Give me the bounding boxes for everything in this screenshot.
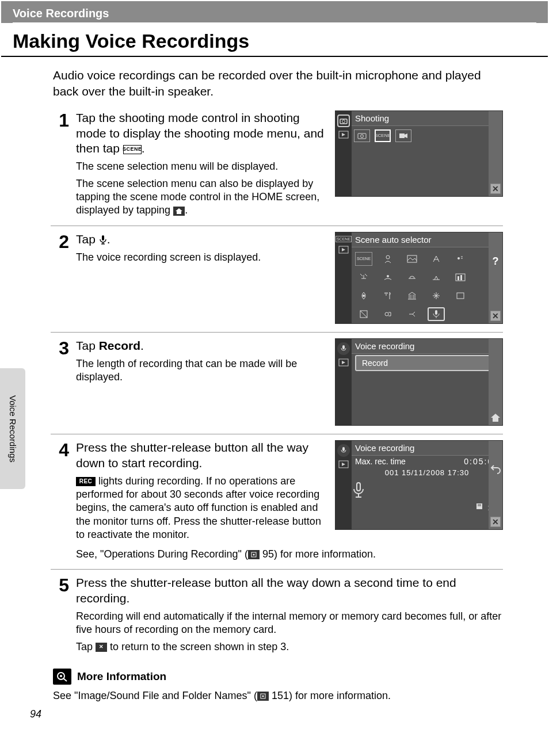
page-title: Making Voice Recordings	[1, 25, 548, 57]
scene-grid: SCENE	[352, 247, 502, 326]
step-4: 4 Press the shutter-release button all t…	[51, 434, 503, 569]
status-icons: :	[352, 502, 502, 512]
screen-title: Shooting	[355, 113, 389, 123]
svg-rect-3	[358, 133, 366, 139]
record-button-label: Record	[362, 358, 388, 368]
step-5-sub-b-a: Tap	[76, 641, 96, 652]
microphone-icon[interactable]	[337, 342, 350, 355]
file-info: 001 15/11/2008 17:30	[352, 467, 502, 478]
step-3-heading: Tap Record.	[76, 338, 325, 354]
screen-titlebar: Shooting	[352, 111, 502, 126]
more-info-header: More Information	[53, 669, 537, 685]
more-info-section: More Information See "Image/Sound File a…	[53, 669, 537, 702]
mode-camera-icon[interactable]	[354, 129, 370, 142]
step-1-sub-b: The scene selection menu can also be dis…	[76, 177, 325, 217]
scene-food-icon[interactable]	[379, 289, 396, 303]
scene-night-portrait-icon[interactable]	[452, 252, 469, 266]
step-4-sub: REC lights during recording. If no opera…	[76, 475, 325, 542]
svg-point-13	[387, 275, 389, 277]
svg-point-41	[253, 553, 254, 555]
svg-point-28	[385, 312, 388, 316]
svg-rect-15	[458, 276, 459, 280]
screen-titlebar: Voice recording	[352, 339, 502, 354]
step-1-heading-a: Tap the shooting mode control in shootin…	[76, 111, 324, 155]
step-1-sub-b-text: The scene selection menu can also be dis…	[76, 178, 319, 216]
svg-point-4	[361, 135, 364, 138]
more-info-text-a: See "Image/Sound File and Folder Names" …	[53, 690, 257, 701]
scene-auto-icon[interactable]: SCENE	[355, 252, 372, 266]
page-ref-icon	[248, 550, 260, 559]
rec-icon: REC	[76, 477, 96, 486]
home-icon[interactable]	[490, 413, 501, 423]
playback-icon[interactable]	[338, 131, 349, 139]
scene-sports-icon[interactable]	[428, 252, 445, 266]
record-button[interactable]: Record	[355, 355, 499, 371]
close-icon[interactable]: ✕	[490, 517, 501, 527]
step-1-sub-c: .	[185, 204, 188, 216]
scene-fireworks-icon[interactable]	[428, 289, 445, 303]
scene-beach-icon[interactable]	[379, 270, 396, 284]
screen-voice-recording-active: Voice recording Max. rec. time 0:05:00 0…	[335, 440, 503, 530]
max-rec-line: Max. rec. time 0:05:00	[352, 456, 502, 467]
step-2: 2 Tap . The voice recording screen is di…	[51, 226, 503, 332]
step-3-heading-a: Tap	[76, 339, 99, 352]
scene-party-icon[interactable]	[355, 270, 372, 284]
scene-portrait-icon[interactable]	[379, 252, 396, 266]
screen-left-col	[336, 441, 352, 529]
step-3-sub: The length of recording that can be made…	[76, 357, 325, 384]
more-info-title: More Information	[77, 670, 166, 683]
scene-closeup-icon[interactable]	[355, 289, 372, 303]
step-number: 2	[51, 232, 69, 324]
step-1-heading: Tap the shooting mode control in shootin…	[76, 110, 325, 157]
section-header: Voice Recordings	[1, 1, 548, 23]
page-number: 94	[30, 708, 41, 720]
scene-voice-recording-icon[interactable]	[428, 307, 445, 321]
recording-mic-icon	[352, 478, 502, 502]
scene-draw-icon[interactable]	[403, 307, 421, 321]
help-icon[interactable]: ?	[493, 255, 499, 268]
mode-scene-icon[interactable]: SCENE	[375, 129, 391, 142]
svg-rect-33	[342, 447, 345, 451]
svg-point-1	[342, 120, 345, 123]
close-icon[interactable]: ✕	[490, 184, 501, 194]
svg-line-22	[434, 293, 436, 296]
svg-rect-29	[435, 310, 437, 315]
svg-rect-16	[460, 275, 462, 280]
scene-dusk-icon[interactable]	[428, 270, 445, 284]
scene-museum-icon[interactable]	[403, 289, 421, 303]
camera-mode-icon[interactable]	[337, 114, 350, 127]
max-rec-label: Max. rec. time	[355, 457, 406, 466]
step-4-sub-text: lights during recording. If no operation…	[76, 475, 321, 541]
scene-landscape-icon[interactable]	[403, 252, 421, 266]
playback-icon[interactable]	[338, 358, 349, 366]
mode-movie-icon[interactable]	[395, 129, 411, 142]
microphone-icon	[99, 235, 107, 245]
step-5-sub-b: Tap ✕ to return to the screen shown in s…	[76, 640, 503, 654]
scene-sunset-icon[interactable]	[403, 270, 421, 284]
step-4-see: See, "Operations During Recording" ( 95)…	[76, 548, 503, 561]
svg-rect-31	[342, 345, 345, 349]
svg-point-10	[386, 255, 390, 259]
microphone-icon[interactable]	[337, 444, 350, 457]
step-4-heading: Press the shutter-release button all the…	[76, 440, 325, 471]
screen-left-col: SCENE	[336, 232, 352, 323]
svg-rect-26	[457, 293, 464, 299]
card-icon	[476, 502, 485, 510]
scene-copy-icon[interactable]	[452, 289, 469, 303]
close-icon[interactable]: ✕	[490, 311, 501, 321]
playback-icon[interactable]	[338, 460, 349, 468]
back-icon[interactable]	[490, 464, 501, 474]
scene-mode-icon[interactable]: SCENE	[336, 236, 352, 242]
step-number: 1	[51, 110, 69, 217]
screen-title: Voice recording	[355, 443, 414, 453]
step-1-sub-a: The scene selection menu will be display…	[76, 160, 325, 173]
svg-rect-35	[357, 483, 360, 491]
scene-backlight-icon[interactable]	[355, 307, 372, 321]
close-icon-inline: ✕	[96, 643, 107, 652]
side-tab-label: Voice Recordings	[8, 395, 18, 463]
scene-night-landscape-icon[interactable]	[452, 270, 469, 284]
playback-icon[interactable]	[338, 246, 349, 254]
step-3-heading-bold: Record	[99, 339, 140, 352]
scene-panorama-icon[interactable]	[379, 307, 396, 321]
screen-titlebar: Voice recording	[352, 441, 502, 456]
